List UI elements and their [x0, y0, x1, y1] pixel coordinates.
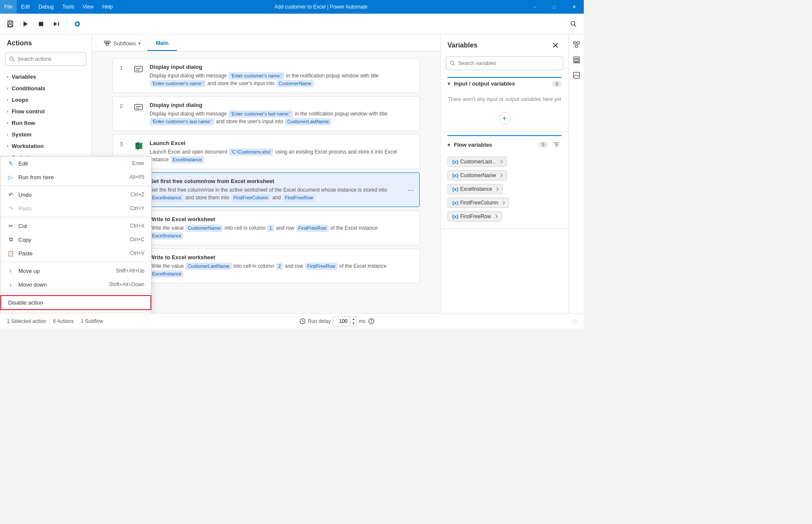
- context-menu-undo[interactable]: ↶ Undo Ctrl+Z: [0, 188, 151, 201]
- var-chip-firstfreecolumn[interactable]: {x} FirstFreeColumn: [447, 198, 509, 208]
- var-chip-excelinstance[interactable]: {x} ExcelInstance: [447, 184, 503, 194]
- flow-step-6[interactable]: 6 Write to Excel worksheet Write the val…: [112, 249, 420, 283]
- step-more-button[interactable]: ⋯: [407, 186, 414, 194]
- variables-search-input[interactable]: [458, 60, 559, 66]
- svg-point-43: [575, 45, 578, 47]
- maximize-button[interactable]: □: [544, 0, 564, 14]
- step-content-4: Get first free column/row from Excel wor…: [150, 178, 412, 201]
- chevron-right-icon: ›: [7, 121, 8, 125]
- menu-help[interactable]: Help: [98, 0, 117, 14]
- save-button[interactable]: [3, 17, 17, 31]
- context-menu-edit[interactable]: ✎ Edit Enter: [0, 157, 151, 170]
- step-tag: FirstFreeColumn: [231, 194, 271, 201]
- flow-variables-title: Flow variables: [454, 142, 535, 148]
- svg-rect-23: [135, 104, 142, 110]
- context-menu-separator-3: [0, 262, 151, 262]
- flow-filter-button[interactable]: [551, 139, 562, 150]
- action-group-workstation[interactable]: › Workstation: [0, 140, 91, 152]
- next-step-button[interactable]: [50, 17, 63, 31]
- sidebar-btn-3[interactable]: [570, 68, 583, 82]
- context-menu-move-down[interactable]: ↓ Move down Shift+Alt+Down: [0, 278, 151, 291]
- window-controls: − □ ✕: [525, 0, 584, 14]
- input-output-header[interactable]: ▾ Input / output variables 0: [441, 78, 568, 89]
- context-menu-run-from-here[interactable]: ▷ Run from here Alt+F5: [0, 170, 151, 184]
- actions-search-box[interactable]: [5, 52, 86, 66]
- context-menu-redo[interactable]: ↷ Redo Ctrl+Y: [0, 201, 151, 215]
- menu-debug[interactable]: Debug: [34, 0, 58, 14]
- close-button[interactable]: ✕: [564, 0, 584, 14]
- paste-icon: 📋: [7, 250, 14, 257]
- subflows-label: Subflows: [113, 40, 136, 47]
- run-delay-up[interactable]: ▲: [350, 317, 356, 321]
- action-group-flowcontrol[interactable]: › Flow control: [0, 106, 91, 117]
- flow-variables-section: ▾ Flow variables 5 {x} CustomerLas: [441, 132, 568, 229]
- var-chip-label: ExcelInstance: [460, 186, 492, 192]
- subflows-button[interactable]: Subflows ▾: [99, 36, 146, 51]
- menu-view[interactable]: View: [78, 0, 98, 14]
- var-chip-customerlast[interactable]: {x} CustomerLast...: [447, 157, 507, 167]
- step-title-1: Display input dialog: [150, 64, 412, 70]
- stop-button[interactable]: [34, 17, 48, 31]
- context-menu-cut[interactable]: ✂ Cut Ctrl+X: [0, 219, 151, 233]
- svg-point-41: [574, 41, 576, 44]
- tab-main[interactable]: Main: [147, 36, 177, 51]
- minimize-button[interactable]: −: [525, 0, 544, 14]
- context-menu-move-up[interactable]: ↑ Move up Shift+Alt+Up: [0, 264, 151, 278]
- variables-toggle-button[interactable]: [570, 38, 583, 51]
- subflows-icon: [104, 40, 111, 47]
- svg-rect-13: [104, 41, 107, 43]
- var-chip-customername[interactable]: {x} CustomerName: [447, 170, 507, 181]
- menu-tools[interactable]: Tools: [58, 0, 78, 14]
- step-tag: ExcelInstance: [150, 270, 183, 278]
- menu-edit[interactable]: Edit: [17, 0, 34, 14]
- svg-point-42: [577, 41, 580, 44]
- context-menu-copy[interactable]: ⧉ Copy Ctrl+C: [0, 233, 151, 246]
- action-group-loops[interactable]: › Loops: [0, 94, 91, 106]
- sidebar-btn-2[interactable]: [570, 53, 583, 67]
- variables-search-box[interactable]: [446, 56, 563, 70]
- input-output-section: ▾ Input / output variables 0 There aren'…: [441, 74, 568, 132]
- action-group-label: Run flow: [12, 120, 35, 126]
- action-group-system[interactable]: › System: [0, 129, 91, 140]
- undo-icon: ↶: [7, 191, 14, 198]
- flow-variables-header: ▾ Flow variables 5: [441, 136, 568, 153]
- action-group-variables[interactable]: › Variables: [0, 71, 91, 83]
- context-menu-undo-label: Undo: [18, 192, 32, 198]
- action-group-conditionals[interactable]: › Conditionals: [0, 83, 91, 94]
- chevron-right-icon: ›: [7, 86, 8, 91]
- context-menu-edit-label: Edit: [18, 160, 28, 167]
- run-delay-down[interactable]: ▼: [350, 321, 356, 326]
- context-menu-disable[interactable]: Disable action: [0, 295, 151, 310]
- actions-search-input[interactable]: [18, 56, 82, 62]
- var-chip-firstfreerow[interactable]: {x} FirstFreeRow: [447, 211, 502, 222]
- run-delay-info-button[interactable]: [367, 317, 376, 326]
- run-delay-input[interactable]: [333, 318, 350, 324]
- dialog-icon: [132, 64, 144, 76]
- flow-step-1[interactable]: 1 Display input dialog Display input dia…: [112, 58, 420, 93]
- variables-close-button[interactable]: [550, 39, 562, 51]
- copy-icon: ⧉: [7, 236, 14, 243]
- context-menu-paste[interactable]: 📋 Paste Ctrl+V: [0, 246, 151, 260]
- flow-step-5[interactable]: 5 Write to Excel worksheet Write the val…: [112, 210, 420, 245]
- svg-line-37: [453, 64, 455, 66]
- menu-file[interactable]: File: [0, 0, 17, 14]
- flow-step-2[interactable]: 2 Display input dialog Display input dia…: [112, 96, 420, 131]
- svg-point-9: [571, 21, 575, 25]
- flow-step-3[interactable]: 3 Launch Excel Launch Excel and open doc…: [112, 134, 420, 169]
- close-icon: [553, 43, 558, 48]
- action-group-runflow[interactable]: › Run flow: [0, 117, 91, 129]
- flow-step-4[interactable]: 4 Get first free column/row from Excel w…: [112, 172, 420, 207]
- search-button[interactable]: [567, 17, 580, 31]
- action-group-label: Workstation: [12, 143, 44, 149]
- run-delay-box[interactable]: ▲ ▼: [332, 316, 357, 326]
- add-variable-button[interactable]: +: [499, 112, 511, 124]
- action-group-label: Conditionals: [12, 85, 45, 92]
- record-button[interactable]: [71, 17, 84, 31]
- context-menu-copy-shortcut: Ctrl+C: [130, 237, 144, 243]
- context-menu-separator-4: [0, 293, 151, 293]
- run-button[interactable]: [19, 17, 32, 31]
- chevron-right-icon: ›: [7, 98, 8, 102]
- var-chip-label: CustomerLast...: [460, 159, 497, 165]
- step-tag: ExcelInstance: [171, 156, 204, 163]
- svg-line-48: [574, 75, 576, 77]
